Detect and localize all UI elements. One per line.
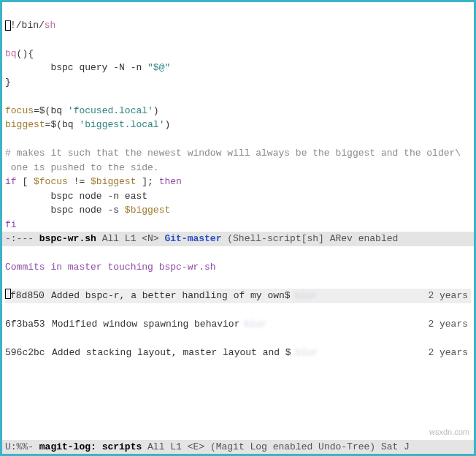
modeline-editor[interactable]: -:--- bspc-wr.sh All L1 <N> Git-master (…	[2, 232, 474, 246]
modeline-mode: (Magit Log enabled Undo-Tree) Sat J	[210, 441, 410, 452]
modeline-mode: (Shell-script[sh] ARev enabled	[221, 233, 398, 244]
commits-header: Commits in master touching bspc-wr.sh	[5, 260, 471, 275]
commit-row[interactable]: 6f3ba53Modified window spawning behavior…	[5, 317, 471, 332]
modeline-flags: U:%%-	[5, 441, 39, 452]
modeline-position: All L1 <E>	[142, 441, 210, 452]
body-line-2: bspc node -s $biggest	[5, 205, 170, 216]
fn-name: bq	[5, 48, 17, 59]
comment-line-1: # makes it such that the newest window w…	[5, 148, 461, 159]
commit-msg: Modified window spawning behavior	[52, 317, 239, 332]
commit-msg: Added stacking layout, master layout and…	[52, 346, 291, 360]
commit-author: blur	[296, 346, 318, 360]
commit-age: 2 years	[428, 346, 471, 360]
brace-close: }	[5, 77, 11, 88]
modeline-filename: magit-log: scripts	[39, 441, 142, 452]
line-biggest: biggest=$(bq 'biggest.local')	[5, 119, 170, 130]
commit-hash: f8d850	[10, 289, 51, 303]
modeline-filename: bspc-wr.sh	[39, 233, 96, 244]
commit-author: blur	[244, 317, 266, 332]
commit-age: 2 years	[428, 317, 471, 332]
fi-line: fi	[5, 219, 17, 230]
commit-author: blur	[295, 289, 318, 303]
commit-row[interactable]: f8d850Added bspc-r, a better handling of…	[5, 289, 471, 303]
line-focus: focus=$(bq 'focused.local')	[5, 105, 159, 116]
commit-hash: 596c2bc	[5, 346, 52, 360]
commit-hash: 6f3ba53	[5, 317, 52, 332]
editor-pane[interactable]: !/bin/sh bq(){ bspc query -N -n "$@" } f…	[2, 2, 474, 232]
modeline-vc: Git-master	[164, 233, 221, 244]
modeline-flags: -:---	[5, 233, 39, 244]
body-line-1: bspc node -n east	[5, 191, 147, 202]
fn-open: (){	[17, 48, 34, 59]
line-query: bspc query -N -n "$@"	[5, 62, 170, 73]
if-line: if [ $focus != $biggest ]; then	[5, 176, 182, 187]
comment-line-2: one is pushed to the side.	[5, 162, 159, 173]
magit-log-pane[interactable]: Commits in master touching bspc-wr.sh f8…	[2, 246, 474, 422]
commit-msg: Added bspc-r, a better handling of my ow…	[51, 289, 291, 303]
commit-row[interactable]: 596c2bcAdded stacking layout, master lay…	[5, 346, 471, 360]
modeline-magit[interactable]: U:%%- magit-log: scripts All L1 <E> (Mag…	[2, 440, 474, 455]
watermark: wsxdn.com	[429, 426, 469, 438]
modeline-position: All L1 <N>	[96, 233, 165, 244]
commit-age: 2 years	[428, 289, 471, 303]
shebang: !/bin/sh	[10, 20, 55, 31]
